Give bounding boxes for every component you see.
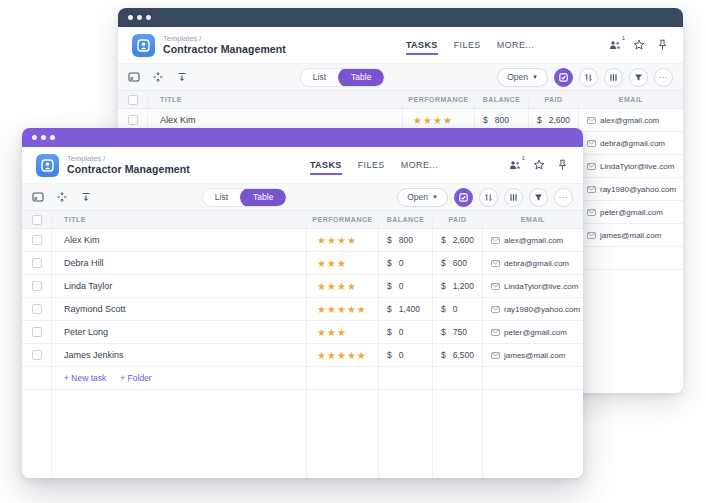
collapse-all-icon[interactable] [80,191,92,203]
currency-symbol: $ [441,235,446,245]
expand-view-icon[interactable] [32,191,44,203]
sort-button[interactable] [579,68,598,87]
balance-value: 0 [399,281,404,291]
email-value: james@mail.com [600,231,661,240]
column-header-title[interactable]: TITLE [52,211,307,228]
column-header-performance[interactable]: PERFORMANCE [403,91,475,108]
table-row[interactable]: Alex Kim ★★★★ $800 $2,600 alex@gmail.com [22,229,583,252]
envelope-icon [491,260,500,267]
view-list-button[interactable]: List [203,188,240,207]
tab-tasks[interactable]: TASKS [310,160,342,175]
envelope-icon [587,186,596,193]
envelope-icon [491,352,500,359]
table-row[interactable]: James Jenkins ★★★★★ $0 $6,500 james@mail… [22,344,583,367]
paid-value: 750 [453,327,467,337]
tab-files[interactable]: FILES [358,160,385,170]
currency-symbol: $ [387,235,392,245]
collapse-all-icon[interactable] [176,71,188,83]
column-header-title[interactable]: TITLE [148,91,403,108]
row-height-icon[interactable] [152,71,164,83]
tab-more[interactable]: MORE... [497,40,534,50]
row-checkbox[interactable] [128,115,138,125]
more-options-button[interactable]: ... [554,188,573,207]
row-checkbox[interactable] [32,304,42,314]
tasks-check-toggle-button[interactable] [454,188,473,207]
performance-stars: ★★★★ [307,235,357,246]
columns-button[interactable] [504,188,523,207]
row-checkbox[interactable] [32,258,42,268]
select-all-checkbox[interactable] [128,95,138,105]
performance-stars: ★★★ [307,327,347,338]
more-options-button[interactable]: ... [654,68,673,87]
status-filter-dropdown[interactable]: Open▼ [397,188,448,207]
select-all-checkbox[interactable] [32,215,42,225]
task-title: Debra Hill [52,252,307,274]
currency-symbol: $ [387,327,392,337]
view-toolbar: List Table Open▼ ... [118,63,683,91]
window-control-dot[interactable] [41,135,46,140]
column-header-email[interactable]: EMAIL [483,211,583,228]
row-checkbox[interactable] [32,235,42,245]
email-value: ray1980@yahoo.com [600,185,676,194]
envelope-icon [587,209,596,216]
window-control-dot[interactable] [146,15,151,20]
tab-tasks[interactable]: TASKS [406,40,438,55]
table-row[interactable]: Raymond Scott ★★★★★ $1,400 $0 ray1980@ya… [22,298,583,321]
pin-icon[interactable] [556,159,569,172]
table-row[interactable]: Linda Taylor ★★★★ $0 $1,200 LindaTylor@l… [22,275,583,298]
tasks-table: TITLE PERFORMANCE BALANCE PAID EMAIL Ale… [22,211,583,478]
favorite-star-icon[interactable] [632,39,645,52]
email-value: ray1980@yahoo.com [504,305,580,314]
table-row[interactable]: Peter Long ★★★ $0 $750 peter@gmail.com [22,321,583,344]
expand-view-icon[interactable] [128,71,140,83]
new-task-link[interactable]: + New task [64,373,106,383]
app-window-foreground[interactable]: Templates / Contractor Management TASKS … [22,128,583,478]
balance-value: 800 [495,115,509,125]
paid-value: 2,600 [453,235,474,245]
column-header-performance[interactable]: PERFORMANCE [307,211,379,228]
new-folder-link[interactable]: + Folder [120,373,151,383]
window-control-dot[interactable] [128,15,133,20]
window-control-dot[interactable] [32,135,37,140]
page-title: Contractor Management [163,43,286,55]
column-header-email[interactable]: EMAIL [579,91,683,108]
pin-icon[interactable] [656,39,669,52]
window-titlebar [118,8,683,27]
window-control-dot[interactable] [50,135,55,140]
currency-symbol: $ [441,304,446,314]
tasks-check-toggle-button[interactable] [554,68,573,87]
filter-button[interactable] [629,68,648,87]
tab-more[interactable]: MORE... [401,160,438,170]
view-table-button[interactable]: Table [338,68,384,87]
table-row[interactable]: Debra Hill ★★★ $0 $600 debra@gmail.com [22,252,583,275]
task-title: Linda Taylor [52,275,307,297]
sort-button[interactable] [479,188,498,207]
filter-button[interactable] [529,188,548,207]
page-background: Templates / Contractor Management TASKS … [0,0,706,503]
view-table-button[interactable]: Table [240,188,286,207]
balance-value: 800 [399,235,413,245]
row-checkbox[interactable] [32,281,42,291]
row-checkbox[interactable] [32,327,42,337]
row-height-icon[interactable] [56,191,68,203]
email-value: debra@gmail.com [600,139,665,148]
share-users-icon[interactable]: 1 [608,39,621,52]
share-users-icon[interactable]: 1 [508,159,521,172]
breadcrumb[interactable]: Templates / [67,155,190,164]
columns-button[interactable] [604,68,623,87]
view-switcher: List Table [202,188,288,207]
window-control-dot[interactable] [137,15,142,20]
breadcrumb[interactable]: Templates / [163,35,286,44]
row-checkbox[interactable] [32,350,42,360]
column-header-balance[interactable]: BALANCE [475,91,529,108]
window-titlebar [22,128,583,147]
tab-files[interactable]: FILES [454,40,481,50]
view-list-button[interactable]: List [301,68,338,87]
column-header-paid[interactable]: PAID [529,91,579,108]
currency-symbol: $ [387,350,392,360]
favorite-star-icon[interactable] [532,159,545,172]
status-filter-dropdown[interactable]: Open▼ [497,68,548,87]
column-header-paid[interactable]: PAID [433,211,483,228]
column-header-balance[interactable]: BALANCE [379,211,433,228]
paid-value: 0 [453,304,458,314]
